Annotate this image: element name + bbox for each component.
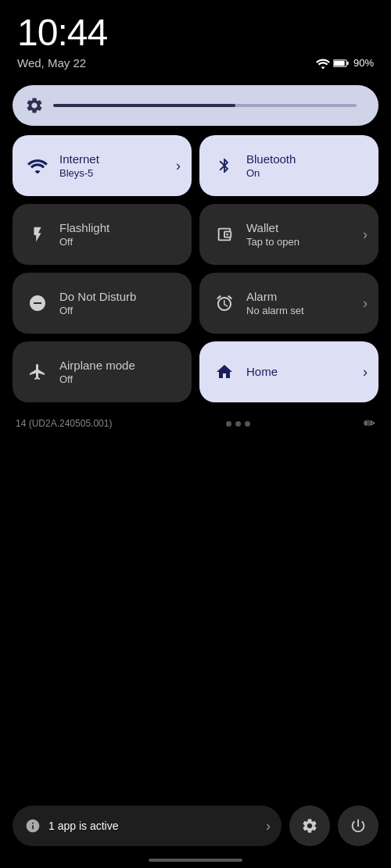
internet-icon: [25, 153, 50, 178]
alarm-title: Alarm: [246, 290, 304, 304]
active-app-text: 1 app is active: [48, 820, 258, 832]
bottom-bar: 1 app is active ›: [13, 805, 378, 846]
alarm-chevron-icon: ›: [363, 295, 368, 312]
date-text: Wed, May 22: [17, 56, 86, 70]
tile-alarm[interactable]: AlarmNo alarm set›: [199, 273, 378, 334]
battery-text: 90%: [353, 57, 374, 69]
internet-subtitle: Bleys-5: [59, 167, 99, 179]
build-number: 14 (UD2A.240505.001): [16, 418, 112, 429]
info-icon: [25, 818, 41, 834]
svg-point-3: [226, 234, 228, 236]
internet-title: Internet: [59, 152, 99, 166]
brightness-fill: [53, 104, 235, 107]
do-not-disturb-title: Do Not Disturb: [59, 290, 136, 304]
settings-icon[interactable]: [25, 96, 44, 115]
bluetooth-title: Bluetooth: [246, 152, 296, 166]
airplane-icon: [25, 359, 50, 384]
airplane-subtitle: Off: [59, 373, 135, 385]
active-app-chevron-icon: ›: [266, 818, 271, 834]
home-chevron-icon: ›: [363, 364, 368, 380]
battery-status-icon: [333, 58, 349, 69]
edit-icon[interactable]: ✏: [364, 415, 375, 432]
tile-bluetooth[interactable]: BluetoothOn: [199, 135, 378, 196]
alarm-icon: [212, 291, 237, 316]
dot-2: [235, 421, 241, 427]
tile-do-not-disturb[interactable]: Do Not DisturbOff: [13, 273, 192, 334]
home-indicator: [149, 859, 242, 862]
wallet-icon: [212, 222, 237, 247]
power-icon: [350, 817, 367, 834]
do-not-disturb-subtitle: Off: [59, 305, 136, 316]
bluetooth-subtitle: On: [246, 167, 296, 179]
power-button[interactable]: [338, 805, 378, 846]
wallet-subtitle: Tap to open: [246, 236, 300, 248]
wifi-status-icon: [316, 58, 330, 69]
tile-wallet[interactable]: WalletTap to open›: [199, 204, 378, 265]
status-bar: 10:44: [0, 0, 391, 55]
settings-btn-icon: [301, 817, 318, 834]
wallet-chevron-icon: ›: [363, 227, 368, 243]
active-app-pill[interactable]: 1 app is active ›: [13, 805, 282, 846]
date-row: Wed, May 22 90%: [0, 55, 391, 80]
tile-flashlight[interactable]: FlashlightOff: [13, 204, 192, 265]
svg-rect-1: [334, 60, 345, 65]
quick-settings-grid: InternetBleys-5›BluetoothOnFlashlightOff…: [0, 135, 391, 402]
tile-home[interactable]: Home›: [199, 341, 378, 402]
bluetooth-icon: [212, 153, 237, 178]
tile-airplane[interactable]: Airplane modeOff: [13, 341, 192, 402]
wallet-title: Wallet: [246, 221, 300, 235]
settings-button[interactable]: [289, 805, 330, 846]
home-icon: [212, 359, 237, 384]
airplane-title: Airplane mode: [59, 359, 135, 373]
do-not-disturb-icon: [25, 291, 50, 316]
page-dots[interactable]: [226, 421, 250, 427]
flashlight-icon: [25, 222, 50, 247]
internet-chevron-icon: ›: [176, 158, 181, 174]
flashlight-subtitle: Off: [59, 236, 109, 248]
brightness-row[interactable]: [13, 85, 378, 126]
home-title: Home: [246, 365, 278, 379]
clock: 10:44: [17, 14, 107, 52]
footer-row: 14 (UD2A.240505.001) ✏: [0, 410, 391, 440]
dot-1: [226, 421, 231, 427]
alarm-subtitle: No alarm set: [246, 305, 304, 316]
flashlight-title: Flashlight: [59, 221, 109, 235]
status-icons: 90%: [316, 57, 374, 69]
dot-3: [245, 421, 250, 427]
tile-internet[interactable]: InternetBleys-5›: [13, 135, 192, 196]
brightness-slider[interactable]: [53, 104, 357, 107]
svg-rect-2: [346, 61, 348, 64]
